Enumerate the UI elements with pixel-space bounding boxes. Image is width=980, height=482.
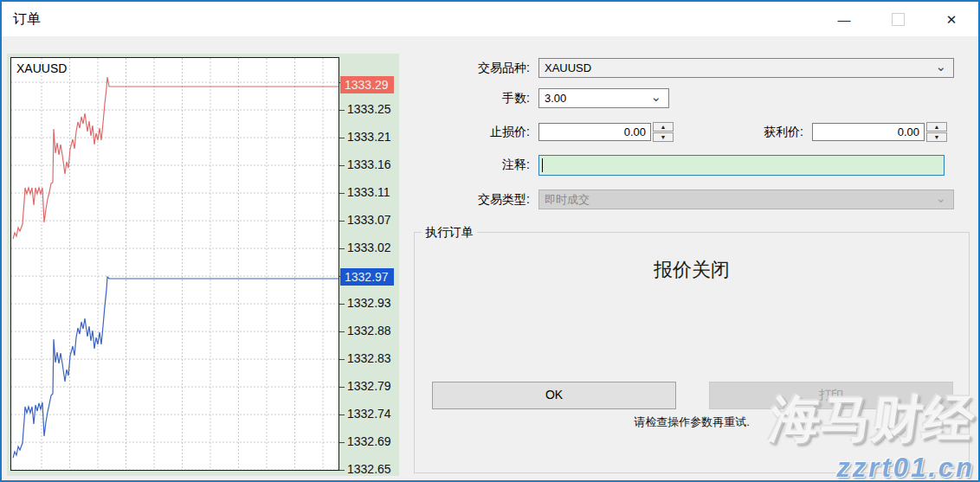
price-tick-label: 1332.88: [347, 324, 391, 337]
comment-row: 注释:: [414, 155, 970, 176]
window-title: 订单: [13, 10, 41, 29]
execution-group-title: 执行订单: [422, 225, 477, 241]
symbol-value: XAUUSD: [545, 61, 591, 74]
take-profit-label: 获利价:: [674, 125, 812, 140]
price-tick-label: 1333.02: [347, 241, 391, 254]
arrow-up-icon: ▲: [661, 124, 667, 130]
price-tick-label: 1333.07: [347, 213, 391, 227]
stop-loss-stepper: ▲ ▼: [653, 122, 674, 142]
order-type-value: 即时成交: [545, 192, 590, 208]
price-tick-label: 1333.16: [347, 157, 391, 171]
symbol-label: 交易品种:: [414, 61, 538, 76]
retry-hint-text: 请检查操作参数再重试.: [415, 415, 969, 430]
price-tick-label: 1332.74: [347, 407, 391, 421]
chart-symbol-label: XAUUSD: [16, 61, 67, 75]
comment-input[interactable]: [538, 155, 945, 176]
comment-label: 注释:: [414, 157, 538, 173]
volume-row: 手数: 3.00 ⌄: [414, 88, 970, 108]
chevron-down-icon: ⌄: [935, 190, 946, 206]
spin-up-button[interactable]: ▲: [653, 122, 674, 132]
quote-closed-message: 报价关闭: [415, 257, 969, 283]
spin-up-button[interactable]: ▲: [926, 122, 947, 132]
text-caret: [542, 158, 543, 172]
close-icon: ✕: [946, 13, 957, 26]
order-dialog-window: 订单 — ✕ XAUUSD 1333.29 1332.97 1333.30133…: [0, 0, 980, 482]
price-scale: 1333.29 1332.97 1333.301333.251333.21133…: [339, 54, 399, 476]
price-tick-label: 1332.79: [347, 379, 391, 393]
volume-value: 3.00: [545, 92, 566, 105]
spin-down-button[interactable]: ▼: [926, 132, 947, 142]
tick-chart-canvas: [11, 58, 338, 470]
prices-row: 止损价: ▲ ▼ 获利价: ▲ ▼: [414, 122, 970, 142]
print-button: 打印: [709, 382, 953, 409]
order-type-label: 交易类型:: [414, 192, 538, 208]
order-type-dropdown: 即时成交 ⌄: [538, 190, 954, 209]
price-tick-label: 1333.21: [347, 130, 391, 144]
maximize-icon: [892, 13, 905, 26]
chevron-down-icon: ⌄: [650, 89, 661, 105]
price-tick-label: 1332.93: [347, 296, 391, 310]
minimize-button[interactable]: —: [817, 2, 871, 36]
ok-button[interactable]: OK: [432, 382, 676, 409]
price-tick-label: 1333.11: [347, 185, 390, 199]
ask-price-badge: 1333.29: [340, 76, 394, 93]
tick-chart: XAUUSD: [10, 57, 339, 471]
spin-down-button[interactable]: ▼: [653, 132, 674, 142]
arrow-down-icon: ▼: [661, 134, 667, 140]
minimize-icon: —: [838, 13, 851, 26]
symbol-dropdown[interactable]: XAUUSD ⌄: [538, 58, 954, 78]
volume-combobox[interactable]: 3.00 ⌄: [538, 88, 669, 108]
stop-loss-input[interactable]: [538, 123, 651, 141]
close-button[interactable]: ✕: [925, 2, 978, 36]
symbol-row: 交易品种: XAUUSD ⌄: [414, 58, 970, 78]
take-profit-input[interactable]: [812, 123, 925, 141]
volume-label: 手数:: [414, 91, 538, 106]
arrow-up-icon: ▲: [934, 124, 940, 130]
chevron-down-icon: ⌄: [935, 59, 946, 74]
stop-loss-label: 止损价:: [414, 125, 538, 140]
take-profit-stepper: ▲ ▼: [926, 122, 947, 142]
arrow-down-icon: ▼: [934, 134, 940, 140]
execution-groupbox: 执行订单 报价关闭 OK 打印 请检查操作参数再重试.: [414, 232, 970, 473]
price-tick-label: 1332.69: [347, 434, 391, 448]
price-tick-label: 1333.25: [347, 102, 391, 116]
tick-chart-panel: XAUUSD 1333.29 1332.97 1333.301333.25133…: [7, 54, 399, 476]
maximize-button[interactable]: [871, 2, 925, 36]
order-type-row: 交易类型: 即时成交 ⌄: [414, 190, 970, 209]
titlebar: 订单 — ✕: [2, 2, 978, 36]
price-tick-label: 1332.65: [347, 462, 391, 476]
ask-line: [13, 77, 338, 239]
bid-price-badge: 1332.97: [340, 268, 394, 286]
price-tick-label: 1332.83: [347, 351, 391, 365]
window-controls: — ✕: [817, 2, 978, 36]
